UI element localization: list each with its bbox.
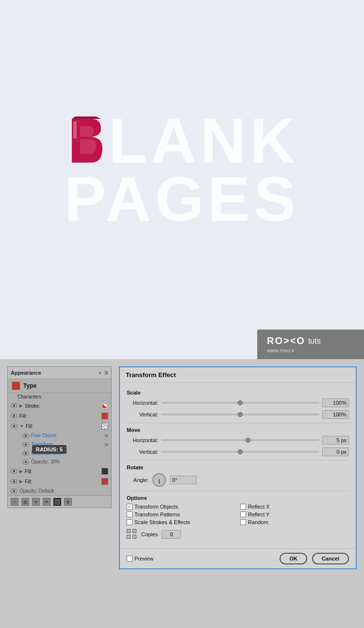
copies-dot-1	[127, 529, 131, 533]
opacity-default-row: Opacity: Default	[8, 487, 111, 496]
panel-close-button[interactable]: ×	[99, 370, 101, 376]
options-grid: Transform Objects Reflect X Transform Pa…	[127, 504, 349, 525]
eye-icon-transform[interactable]	[22, 442, 29, 447]
eye-icon-stroke[interactable]	[11, 403, 17, 408]
dialog-footer: Preview OK Cancel	[120, 548, 356, 568]
scale-h-row: Horizontal:	[127, 398, 349, 407]
eye-icon-opacity-default[interactable]	[11, 489, 17, 494]
scale-v-input[interactable]	[322, 410, 349, 419]
transform-fx: fx	[105, 442, 108, 447]
b-3d-letter	[65, 114, 108, 167]
move-v-slider[interactable]	[161, 451, 319, 453]
panel-header: Appearance × ≡	[8, 367, 111, 379]
type-label: Type	[23, 382, 36, 389]
bottom-icon-trash[interactable]: 🗑	[64, 498, 72, 506]
fill2-arrow: ▼	[19, 424, 24, 429]
bottom-icon-square[interactable]: □	[11, 498, 18, 506]
transform-objects-row: Transform Objects	[127, 504, 235, 510]
random-label: Random	[248, 519, 268, 525]
eye-icon-fill3[interactable]	[11, 469, 17, 474]
bottom-icon-fx[interactable]: fx	[32, 498, 40, 506]
opacity-30-label: Opacity: 30%	[31, 459, 60, 464]
fill4-row: ▶ Fill:	[8, 477, 111, 487]
eye-icon-gaussian[interactable]	[22, 451, 29, 456]
cancel-button[interactable]: Cancel	[312, 553, 349, 564]
copies-input[interactable]	[162, 530, 181, 539]
divider-2	[127, 460, 349, 461]
move-h-input[interactable]	[322, 436, 349, 445]
fill2-swatch	[101, 423, 108, 430]
divider-1	[127, 423, 349, 423]
type-row: Type	[8, 379, 111, 393]
random-row: Random	[240, 519, 349, 525]
canvas-area: LANK PAGES RO><O tuts www.roxo.ir	[0, 0, 364, 359]
move-h-row: Horizontal:	[127, 436, 349, 445]
fill3-row: ▶ Fill:	[8, 466, 111, 477]
transform-patterns-checkbox[interactable]	[127, 512, 132, 517]
preview-checkbox[interactable]	[127, 556, 132, 562]
scale-strokes-checkbox[interactable]	[127, 519, 132, 525]
move-v-label: Vertical:	[127, 449, 158, 455]
reflect-x-checkbox[interactable]	[240, 504, 246, 510]
transform-patterns-row: Transform Patterns	[127, 512, 235, 517]
stroke-arrow: ▶	[19, 403, 23, 408]
angle-dial[interactable]	[152, 473, 166, 487]
move-h-slider[interactable]	[161, 439, 319, 441]
roxo-logo-line: RO><O tuts	[267, 335, 321, 347]
eye-icon-freedistort[interactable]	[22, 433, 29, 438]
reflect-y-row: Reflect Y	[240, 512, 349, 517]
fill1-swatch	[101, 413, 108, 419]
stroke-row: ▶ Stroke:	[8, 401, 111, 411]
type-swatch	[12, 381, 20, 390]
fill3-label: Fill:	[25, 469, 99, 474]
scale-v-label: Vertical:	[127, 412, 158, 417]
bottom-icon-visibility[interactable]: 👁	[43, 498, 50, 506]
move-h-thumb[interactable]	[246, 438, 250, 443]
panel-menu-icon[interactable]: ≡	[104, 369, 108, 377]
stroke-label: Stroke:	[25, 403, 99, 409]
fill2-label: Fill:	[26, 424, 99, 429]
transform-objects-checkbox[interactable]	[127, 504, 132, 510]
scale-h-slider[interactable]	[161, 402, 319, 404]
bottom-icon-grid[interactable]: ⊞	[21, 498, 29, 506]
blank-line: LANK	[65, 109, 299, 172]
scale-strokes-row: Scale Strokes & Effects	[127, 519, 235, 525]
dialog-body: Scale Horizontal: Vertical: Move Horizon	[120, 383, 356, 548]
move-v-thumb[interactable]	[238, 449, 243, 454]
copies-row: Copies	[127, 529, 349, 540]
free-distort-fx: fx	[105, 433, 108, 438]
fill2-row: ▼ Fill:	[8, 421, 111, 431]
reflect-y-checkbox[interactable]	[240, 512, 246, 517]
reflect-y-label: Reflect Y	[248, 512, 269, 517]
eye-icon-fill4[interactable]	[11, 479, 17, 484]
scale-h-thumb[interactable]	[238, 400, 243, 405]
scale-v-slider[interactable]	[161, 413, 319, 415]
transform-patterns-label: Transform Patterns	[134, 512, 180, 517]
eye-icon-opacity30[interactable]	[22, 460, 29, 464]
move-v-input[interactable]	[322, 447, 349, 456]
ok-button[interactable]: OK	[280, 553, 307, 564]
roxo-url: www.roxo.ir	[267, 347, 295, 353]
angle-input[interactable]	[170, 476, 197, 484]
fill4-arrow: ▶	[19, 479, 23, 484]
free-distort-label[interactable]: Free Distort	[31, 433, 103, 438]
scale-h-input[interactable]	[322, 398, 349, 407]
transform-objects-label: Transform Objects	[134, 504, 178, 510]
eye-icon-fill2[interactable]	[11, 424, 17, 429]
pages-line: PAGES	[64, 167, 299, 231]
eye-icon-fill1[interactable]	[11, 413, 17, 418]
preview-label: Preview	[134, 556, 153, 562]
options-heading: Options	[127, 495, 349, 501]
dialog-title-bar: Transform Effect	[120, 367, 356, 383]
opacity-default-label: Opacity: Default	[19, 488, 54, 494]
copies-dot-2	[132, 529, 136, 533]
copies-dot-3	[127, 535, 131, 539]
random-checkbox[interactable]	[240, 519, 246, 525]
bottom-icon-selected[interactable]: □	[53, 498, 61, 506]
radius-tooltip: RADIUS: 5	[32, 445, 66, 454]
scale-v-thumb[interactable]	[238, 412, 243, 417]
gaussian-blur-row: Gaussian Blur RADIUS: 5	[8, 449, 111, 458]
panel-bottom-bar: □ ⊞ fx 👁 □ 🗑	[8, 496, 111, 508]
move-h-label: Horizontal:	[127, 437, 158, 443]
fill1-row: Fill:	[8, 411, 111, 421]
